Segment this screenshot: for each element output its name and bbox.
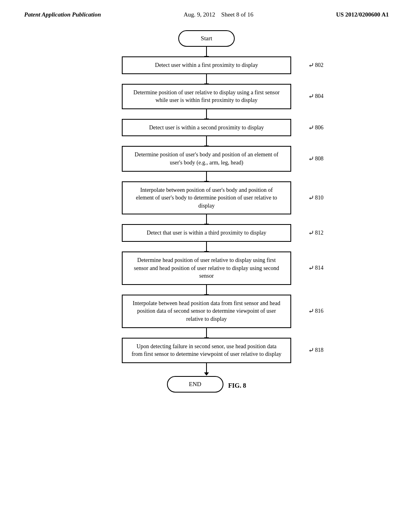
label-808: ⤶ 808 [308,155,323,162]
sheet-label: Sheet 8 of 16 [221,11,254,18]
rect-810: Interpolate between position of user's b… [122,181,291,215]
end-oval: END [167,376,223,393]
label-816: ⤶ 816 [308,308,323,315]
patent-number: US 2012/0200600 A1 [336,11,389,18]
arrow-6 [206,214,207,224]
label-806: ⤶ 806 [308,124,323,131]
step-816: Interpolate between head position data f… [122,295,291,328]
start-oval: Start [178,30,235,47]
rect-802: Detect user within a first proximity to … [122,56,291,74]
rect-804: Determine position of user relative to d… [122,84,291,109]
step-802: Detect user within a first proximity to … [122,56,291,74]
rect-816: Interpolate between head position data f… [122,295,291,328]
rect-806: Detect user is within a second proximity… [122,119,291,137]
squiggle-802: ⤶ [308,62,314,69]
label-814: ⤶ 814 [308,264,323,272]
step-806: Detect user is within a second proximity… [122,119,291,137]
arrow-1 [206,47,207,56]
arrow-9 [206,328,207,338]
arrow-7 [206,242,207,251]
step-814: Determine head position of user relative… [122,251,291,285]
header-center: Aug. 9, 2012 Sheet 8 of 16 [184,11,253,18]
step-808: Determine position of user's body and po… [122,146,291,171]
step-810: Interpolate between position of user's b… [122,181,291,215]
end-section: END FIG. 8 [167,376,246,393]
rect-812: Detect that user is within a third proxi… [122,224,291,242]
squiggle-804: ⤶ [308,93,314,100]
squiggle-812: ⤶ [308,229,314,237]
arrow-2 [206,74,207,84]
step-812: Detect that user is within a third proxi… [122,224,291,242]
start-node: Start [178,30,235,47]
rect-808: Determine position of user's body and po… [122,146,291,171]
squiggle-816: ⤶ [308,308,314,315]
label-810: ⤶ 810 [308,194,323,202]
arrow-4 [206,136,207,146]
arrow-8 [206,285,207,295]
arrow-10 [206,363,207,373]
squiggle-814: ⤶ [308,264,314,272]
publication-label: Patent Application Publication [24,11,101,18]
squiggle-818: ⤶ [308,347,314,354]
rect-818: Upon detecting failure in second senor, … [122,338,291,363]
figure-label: FIG. 8 [228,382,246,389]
squiggle-810: ⤶ [308,194,314,202]
arrow-5 [206,172,207,181]
label-802: ⤶ 802 [308,62,323,69]
squiggle-806: ⤶ [308,124,314,131]
label-818: ⤶ 818 [308,347,323,354]
page-header: Patent Application Publication Aug. 9, 2… [0,0,413,18]
rect-814: Determine head position of user relative… [122,251,291,285]
squiggle-808: ⤶ [308,155,314,162]
flowchart: Start Detect user within a first proximi… [0,18,413,393]
arrow-3 [206,109,207,119]
step-804: Determine position of user relative to d… [122,84,291,109]
label-812: ⤶ 812 [308,229,323,237]
step-818: Upon detecting failure in second senor, … [122,338,291,363]
date-label: Aug. 9, 2012 [184,11,215,18]
label-804: ⤶ 804 [308,93,323,100]
